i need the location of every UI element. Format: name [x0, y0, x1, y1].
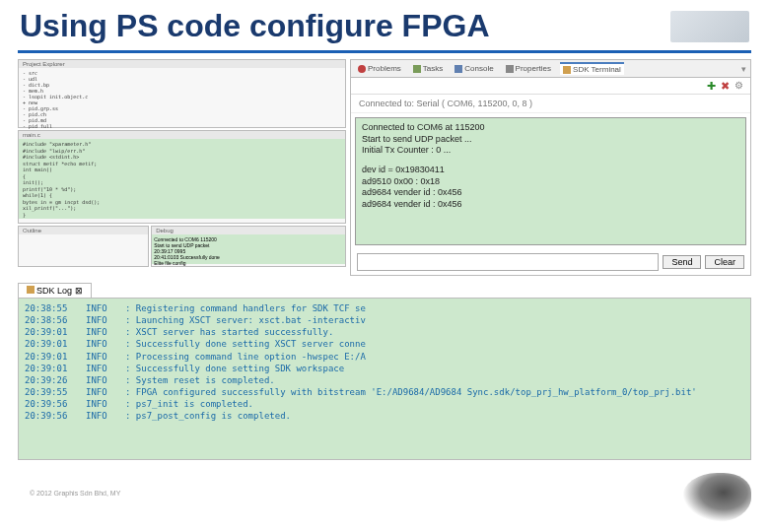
log-message: : System reset is completed.: [125, 374, 275, 386]
log-timestamp: 20:39:56: [25, 410, 86, 422]
log-timestamp: 20:39:01: [25, 338, 86, 350]
terminal-input[interactable]: [357, 253, 659, 271]
editor-tab[interactable]: main.c: [19, 131, 345, 139]
log-level: INFO: [86, 398, 125, 410]
terminal-line: Initial Tx Counter : 0 ...: [362, 145, 739, 157]
console-icon: [454, 65, 462, 73]
sdk-log-output: 20:38:55INFO: Registering command handle…: [18, 298, 751, 460]
tab-problems[interactable]: Problems: [355, 63, 404, 74]
tabs-menu-icon[interactable]: ▾: [741, 64, 746, 74]
terminal-output: Connected to COM6 at 115200Start to send…: [355, 117, 746, 245]
log-level: INFO: [86, 338, 125, 350]
log-level: INFO: [86, 314, 125, 326]
tab-tasks-label: Tasks: [423, 64, 443, 73]
log-level: INFO: [86, 363, 125, 374]
log-timestamp: 20:39:01: [25, 363, 86, 374]
log-message: : ps7_post_config is completed.: [125, 410, 291, 422]
explorer-header: Project Explorer: [19, 60, 345, 68]
log-line: 20:39:01INFO: XSCT server has started su…: [25, 326, 744, 338]
outline-panel: Outline: [18, 226, 149, 267]
terminal-line: Connected to COM6 at 115200: [362, 122, 739, 134]
clear-button[interactable]: Clear: [705, 255, 744, 269]
properties-icon: [506, 65, 514, 73]
log-level: INFO: [86, 326, 125, 338]
log-message: : XSCT server has started successfully.: [125, 326, 333, 338]
sdk-terminal-icon: [563, 66, 571, 74]
send-button[interactable]: Send: [663, 255, 701, 269]
log-line: 20:38:56INFO: Launching XSCT server: xsc…: [25, 314, 744, 326]
log-line: 20:39:01INFO: Processing command line op…: [25, 351, 744, 363]
log-line: 20:39:01INFO: Successfully done setting …: [25, 338, 744, 350]
log-timestamp: 20:38:56: [25, 314, 86, 326]
tab-problems-label: Problems: [368, 64, 401, 73]
terminal-toolbar: ✚ ✖ ⚙: [351, 78, 750, 95]
log-level: INFO: [86, 386, 125, 398]
slide-title-bar: Using PS code configure FPGA: [0, 0, 769, 48]
debug-line: Elite file config: [154, 260, 343, 266]
tab-sdk-log[interactable]: SDK Log ⊠: [18, 283, 92, 298]
log-line: 20:38:55INFO: Registering command handle…: [25, 302, 744, 314]
log-timestamp: 20:39:01: [25, 351, 86, 363]
log-message: : Successfully done setting SDK workspac…: [125, 363, 344, 374]
terminal-line: ad9684 vender id : 0x456: [362, 187, 739, 199]
log-message: : Processing command line option -hwspec…: [125, 351, 366, 363]
sdk-terminal-panel: ✚ ✖ ⚙ Connected to: Serial ( COM6, 11520…: [350, 77, 751, 276]
tab-sdk-terminal[interactable]: SDK Terminal: [560, 62, 624, 75]
code-area[interactable]: #include "xparameter.h"#include "lwip/er…: [19, 139, 345, 219]
title-decoration: [670, 11, 749, 42]
log-timestamp: 20:39:01: [25, 326, 86, 338]
tab-console-label: Console: [464, 64, 493, 73]
footer-copyright: © 2012 Graphis Sdn Bhd, MY: [30, 490, 120, 497]
tab-console[interactable]: Console: [452, 63, 496, 74]
log-message: : ps7_init is completed.: [125, 398, 253, 410]
debug-header: Debug: [152, 227, 345, 234]
log-timestamp: 20:39:55: [25, 386, 86, 398]
tab-properties-label: Properties: [516, 64, 551, 73]
terminal-input-row: Send Clear: [351, 249, 750, 275]
log-line: 20:39:56INFO: ps7_post_config is complet…: [25, 410, 744, 422]
terminal-line: [362, 157, 739, 165]
log-message: : Successfully done setting XSCT server …: [125, 338, 366, 350]
problems-icon: [358, 65, 366, 73]
connection-status: Connected to: Serial ( COM6, 115200, 0, …: [351, 95, 750, 113]
sdk-log-icon: [27, 286, 35, 294]
log-level: INFO: [86, 410, 125, 422]
log-level: INFO: [86, 374, 125, 386]
title-underline: [18, 50, 751, 53]
log-line: 20:39:26INFO: System reset is completed.: [25, 374, 744, 386]
tasks-icon: [413, 65, 421, 73]
footer-decoration: [682, 473, 751, 522]
terminal-line: ad9510 0x00 : 0x18: [362, 176, 739, 188]
log-line: 20:39:01INFO: Successfully done setting …: [25, 363, 744, 374]
log-line: 20:39:55INFO: FPGA configured successful…: [25, 386, 744, 398]
add-connection-icon[interactable]: ✚: [707, 81, 717, 91]
sdk-log-tab-label: SDK Log: [36, 286, 72, 296]
code-editor-panel: main.c #include "xparameter.h"#include "…: [18, 130, 346, 224]
terminal-line: ad9684 vender id : 0x456: [362, 199, 739, 211]
terminal-line: Start to send UDP packet ...: [362, 134, 739, 146]
settings-icon[interactable]: ⚙: [734, 81, 744, 91]
tab-properties[interactable]: Properties: [503, 63, 554, 74]
log-timestamp: 20:39:26: [25, 374, 86, 386]
slide-title: Using PS code configure FPGA: [20, 8, 490, 44]
log-message: : FPGA configured successfully with bits…: [125, 386, 697, 398]
debug-panel: Debug Connected to COM6 115200Start to s…: [151, 226, 346, 267]
terminal-tabs-row: Problems Tasks Console Properties SDK Te…: [350, 59, 751, 77]
terminal-line: dev id = 0x19830411: [362, 165, 739, 176]
log-level: INFO: [86, 302, 125, 314]
log-timestamp: 20:38:55: [25, 302, 86, 314]
log-message: : Registering command handlers for SDK T…: [125, 302, 366, 314]
tab-tasks[interactable]: Tasks: [410, 63, 446, 74]
log-timestamp: 20:39:56: [25, 398, 86, 410]
project-explorer-panel: Project Explorer - src - udl - dict.bp -…: [18, 59, 346, 128]
log-line: 20:39:56INFO: ps7_init is completed.: [25, 398, 744, 410]
debug-body: Connected to COM6 115200Start to send UD…: [152, 234, 345, 264]
disconnect-icon[interactable]: ✖: [721, 81, 731, 91]
outline-header: Outline: [19, 227, 148, 234]
tab-sdk-terminal-label: SDK Terminal: [573, 65, 621, 74]
log-level: INFO: [86, 351, 125, 363]
code-line: xil_deassert_dma(0);: [23, 218, 341, 219]
log-message: : Launching XSCT server: xsct.bat -inter…: [125, 314, 366, 326]
